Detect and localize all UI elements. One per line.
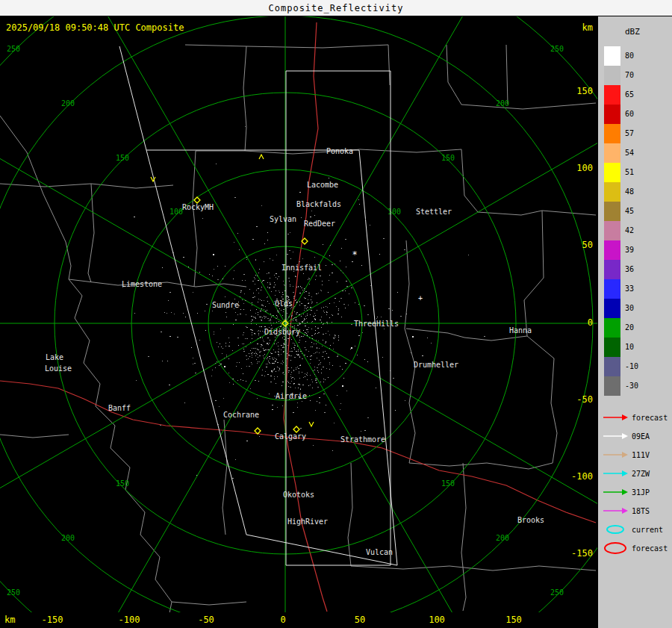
- boundary-line: [464, 336, 527, 341]
- echo-pixel: [262, 338, 263, 338]
- right-axis-tick: 0: [588, 317, 593, 328]
- echo-pixel: [296, 369, 296, 370]
- echo-pixel: [254, 333, 255, 334]
- echo-pixel: [285, 348, 287, 349]
- echo-pixel: [345, 290, 346, 291]
- echo-pixel: [215, 400, 217, 401]
- range-label: 250: [7, 45, 20, 53]
- echo-pixel: [261, 351, 261, 352]
- echo-pixel: [228, 338, 229, 338]
- echo-pixel: [264, 354, 265, 355]
- echo-pixel: [258, 273, 259, 273]
- echo-pixel: [253, 348, 254, 349]
- echo-pixel: [240, 379, 241, 380]
- echo-pixel: [269, 320, 270, 321]
- echo-pixel: [259, 317, 261, 317]
- echo-pixel: [259, 367, 260, 368]
- echo-pixel: [320, 382, 321, 382]
- boundary-line: [0, 435, 69, 438]
- echo-pixel: [327, 323, 328, 324]
- echo-pixel: [244, 293, 245, 294]
- echo-pixel: [317, 347, 317, 348]
- colorbar-tile: [604, 202, 620, 221]
- echo-pixel: [312, 388, 313, 388]
- radar-map[interactable]: 2502001501002502001501001502002501502002…: [0, 16, 597, 628]
- echo-pixel: [267, 310, 267, 311]
- echo-pixel: [258, 361, 258, 362]
- echo-pixel: [320, 362, 321, 363]
- echo-pixel: [294, 349, 295, 349]
- echo-pixel: [329, 303, 330, 304]
- colorbar-tile: [604, 279, 620, 299]
- right-axis-tick: 100: [576, 163, 593, 173]
- echo-pixel: [293, 298, 294, 299]
- echo-pixel: [267, 358, 267, 359]
- boundary-line: [360, 149, 461, 152]
- right-axis-tick: -50: [576, 394, 593, 405]
- echo-pixel: [370, 225, 370, 226]
- echo-pixel: [255, 313, 256, 314]
- echo-pixel: [136, 380, 137, 381]
- echo-pixel: [199, 340, 200, 341]
- echo-pixel: [294, 379, 295, 379]
- cell-ellipse-icon: [602, 523, 629, 536]
- echo-pixel: [308, 303, 309, 304]
- echo-pixel: [320, 290, 321, 290]
- echo-pixel: [341, 248, 342, 249]
- range-label: 200: [61, 99, 75, 108]
- echo-pixel: [296, 287, 297, 287]
- range-label: 100: [388, 208, 401, 216]
- echo-pixel: [237, 233, 238, 234]
- colorbar-tile: [604, 143, 620, 163]
- echo-pixel: [377, 317, 378, 317]
- echo-pixel: [293, 318, 294, 319]
- echo-pixel: [320, 276, 321, 276]
- echo-pixel: [288, 278, 290, 279]
- echo-pixel: [316, 293, 317, 294]
- echo-pixel: [279, 292, 280, 293]
- echo-pixel: [162, 267, 163, 268]
- echo-pixel: [308, 385, 309, 386]
- echo-pixel: [257, 398, 258, 399]
- city-label: Olds: [275, 299, 293, 308]
- echo-pixel: [335, 298, 336, 299]
- legend-label: 111V: [632, 451, 650, 459]
- colorbar-value: -10: [625, 357, 638, 376]
- echo-pixel: [243, 274, 245, 275]
- echo-pixel: [272, 409, 273, 410]
- bottom-axis-tick: 50: [355, 615, 365, 625]
- legend-item-27ZW: 27ZW: [602, 466, 650, 481]
- echo-pixel: [349, 293, 349, 294]
- echo-pixel: [315, 330, 316, 331]
- echo-pixel: [310, 400, 311, 401]
- echo-pixel: [226, 355, 227, 355]
- echo-pixel: [226, 317, 227, 317]
- echo-pixel: [250, 310, 251, 311]
- echo-pixel: [285, 336, 286, 337]
- echo-pixel: [291, 378, 292, 379]
- echo-pixel: [329, 362, 330, 363]
- echo-pixel: [310, 385, 311, 385]
- echo-pixel: [337, 314, 339, 314]
- echo-pixel: [299, 261, 300, 262]
- legend-item-forecast: forecast: [602, 410, 668, 425]
- track-arrow-icon: [602, 488, 629, 497]
- echo-pixel: [294, 345, 296, 346]
- echo-pixel: [161, 332, 162, 332]
- colorbar-value: 20: [625, 318, 634, 338]
- echo-pixel: [287, 367, 289, 368]
- city-label: ThreeHills: [354, 320, 399, 328]
- echo-pixel: [298, 388, 299, 388]
- echo-pixel: [223, 398, 224, 399]
- echo-pixel: [338, 335, 339, 336]
- echo-pixel: [257, 354, 258, 355]
- legend-label: forecast: [632, 544, 668, 553]
- echo-pixel: [350, 349, 351, 349]
- radar-map-canvas[interactable]: 2502001501002502001501001502002501502002…: [0, 16, 597, 612]
- echo-pixel: [199, 272, 200, 273]
- echo-pixel: [258, 333, 259, 334]
- echo-pixel: [293, 383, 295, 384]
- echo-pixel: [259, 269, 260, 270]
- boundary-line: [461, 463, 466, 611]
- echo-pixel: [289, 281, 290, 282]
